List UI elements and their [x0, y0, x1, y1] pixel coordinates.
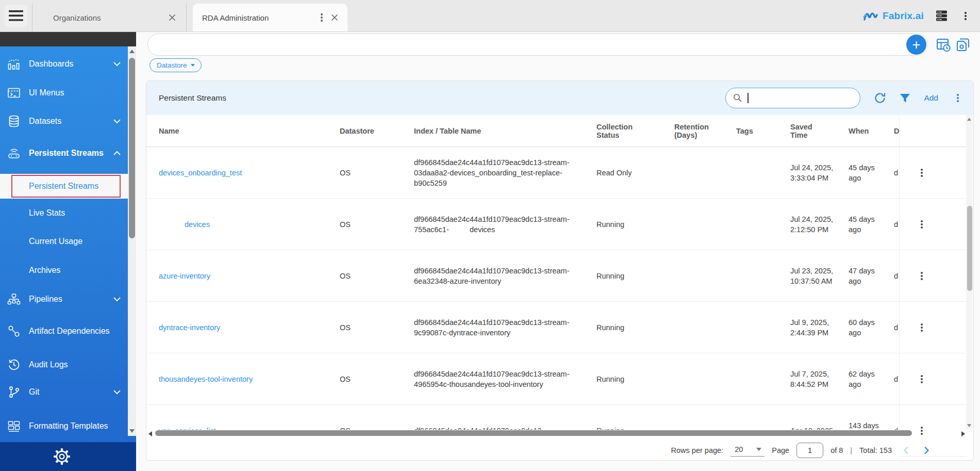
stream-name-link[interactable]: vpn_services_list: [146, 426, 327, 430]
collection-status-cell: Running: [587, 374, 665, 384]
row-kebab-menu-icon[interactable]: [915, 268, 928, 284]
scroll-up-arrow[interactable]: [129, 50, 135, 53]
row-kebab-menu-icon[interactable]: [915, 217, 928, 232]
datastore-cell: OS: [327, 374, 402, 384]
row-actions-cell: [900, 147, 966, 199]
scrollbar-thumb[interactable]: [967, 206, 972, 291]
save-copy-icon[interactable]: [956, 38, 970, 52]
scroll-right-arrow[interactable]: [961, 431, 965, 436]
column-header-when[interactable]: When: [839, 127, 884, 135]
stream-name-link[interactable]: dyntrace-inventory: [146, 322, 327, 333]
column-header-datastore[interactable]: Datastore: [327, 127, 402, 135]
sidebar-subitem-current-usage[interactable]: Current Usage: [0, 230, 128, 253]
global-query-input[interactable]: +: [147, 34, 928, 56]
next-page-button[interactable]: [920, 444, 933, 457]
saved-time-cell: Jul 23, 2025, 10:37:50 AM: [780, 266, 839, 286]
row-kebab-menu-icon[interactable]: [915, 320, 928, 335]
clipped-cell: d: [884, 426, 899, 430]
table-row[interactable]: azure-inventory OS df966845dae24c44a1fd1…: [146, 250, 899, 302]
table-row[interactable]: dyntrace-inventory OS df966845dae24c44a1…: [146, 302, 899, 353]
scrollbar-thumb[interactable]: [155, 430, 912, 436]
sidebar-item-persistent-streams[interactable]: Persistent Streams: [0, 135, 128, 172]
hamburger-menu-button[interactable]: [5, 5, 27, 27]
server-stack-icon[interactable]: [935, 9, 948, 22]
table-vertical-scrollbar[interactable]: [966, 115, 973, 430]
index-table-name-cell: df966845dae24c44a1fd1079eac9dc13-: [402, 426, 587, 430]
plus-icon[interactable]: +: [906, 35, 926, 55]
rows-per-page-select[interactable]: 20: [730, 444, 765, 457]
row-actions-cell: [900, 250, 966, 302]
datastore-cell: OS: [327, 322, 402, 333]
table-row[interactable]: vpn_services_list OS df966845dae24c44a1f…: [146, 405, 899, 430]
table-horizontal-scrollbar[interactable]: [147, 430, 966, 438]
table-row[interactable]: thousandeyes-tool-inventory OS df966845d…: [146, 353, 899, 405]
stream-name-link[interactable]: devices: [146, 219, 327, 230]
column-header-saved-time[interactable]: Saved Time: [780, 123, 839, 139]
sidebar-subitem-archives[interactable]: Archives: [0, 259, 128, 282]
settings-gear-icon[interactable]: [52, 446, 72, 467]
row-kebab-menu-icon[interactable]: [915, 165, 928, 181]
refresh-icon[interactable]: [874, 92, 886, 104]
table-row[interactable]: devices OS df966845dae24c44a1fd1079eac9d…: [146, 199, 899, 250]
scroll-left-arrow[interactable]: [148, 431, 152, 436]
scroll-down-arrow[interactable]: [967, 424, 971, 427]
sidebar-item-datasets[interactable]: Datasets: [0, 110, 128, 133]
chevron-down-icon: [756, 448, 761, 451]
search-icon: [733, 93, 742, 103]
scrollbar-thumb[interactable]: [129, 58, 135, 238]
sidebar-scrollbar[interactable]: [128, 46, 136, 436]
sidebar-item-git[interactable]: Git: [0, 381, 128, 403]
previous-page-button[interactable]: [899, 444, 912, 457]
page-label: Page: [772, 446, 789, 454]
app-window: Organizations RDA Administration F: [0, 0, 980, 471]
filter-funnel-icon[interactable]: [900, 93, 910, 103]
scroll-up-arrow[interactable]: [967, 118, 971, 121]
database-icon: [7, 114, 21, 128]
chip-label: Datastore: [157, 61, 187, 69]
datastore-filter-chip[interactable]: Datastore: [150, 58, 202, 72]
sidebar-item-dashboards[interactable]: Dashboards: [0, 53, 128, 75]
table-row[interactable]: devices_onboarding_test OS df966845dae24…: [146, 147, 899, 199]
column-header-collection-status[interactable]: Collection Status: [587, 123, 665, 139]
sidebar-subitem-persistent-streams[interactable]: Persistent Streams: [0, 174, 128, 199]
column-header-index-table-name[interactable]: Index / Table Name: [402, 127, 587, 135]
panel-kebab-menu-icon[interactable]: [952, 90, 964, 106]
close-icon[interactable]: [328, 11, 341, 24]
add-button[interactable]: Add: [924, 93, 938, 103]
column-header-name[interactable]: Name: [146, 127, 327, 135]
table-search-box[interactable]: [725, 88, 860, 108]
sidebar-item-ui-menus[interactable]: UI Menus: [0, 82, 128, 104]
row-kebab-menu-icon[interactable]: [915, 371, 928, 387]
tab-kebab-menu-icon[interactable]: [315, 10, 328, 25]
persistent-streams-panel: Persistent Streams: [146, 80, 974, 461]
sidebar-footer: [0, 442, 136, 471]
page-number-input[interactable]: [796, 443, 823, 458]
sidebar-item-formatting-templates[interactable]: Formatting Templates: [0, 408, 128, 445]
sidebar-item-artifact-dependencies[interactable]: Artifact Dependencies: [0, 313, 128, 350]
sidebar-item-pipelines[interactable]: Pipelines: [0, 288, 128, 311]
column-header-clipped[interactable]: D: [884, 127, 899, 135]
stream-name-link[interactable]: azure-inventory: [146, 271, 327, 281]
close-icon[interactable]: [165, 11, 179, 24]
table-clock-icon[interactable]: [936, 38, 951, 52]
window-terminal-icon: [7, 86, 21, 100]
search-input[interactable]: [753, 94, 854, 102]
sidebar-subitem-live-stats[interactable]: Live Stats: [0, 202, 128, 224]
stream-name-link[interactable]: devices_onboarding_test: [146, 168, 327, 178]
topbar-kebab-menu-icon[interactable]: [959, 8, 972, 24]
clipped-cell: d: [884, 271, 899, 281]
sidebar-item-audit-logs[interactable]: Audit Logs: [0, 353, 128, 376]
brand-logo: Fabrix.ai: [862, 9, 924, 23]
stream-name-link[interactable]: thousandeyes-tool-inventory: [146, 374, 327, 384]
tab-rda-administration[interactable]: RDA Administration: [193, 4, 347, 31]
datastore-cell: OS: [327, 271, 402, 281]
clipped-cell: d: [884, 168, 899, 178]
tab-organizations[interactable]: Organizations: [32, 4, 187, 31]
column-header-tags[interactable]: Tags: [726, 127, 780, 135]
sidebar-subitem-label: Current Usage: [29, 234, 110, 249]
clipped-cell: d: [884, 322, 899, 333]
scroll-down-arrow[interactable]: [129, 429, 135, 433]
chevron-down-icon: [113, 297, 121, 301]
row-actions-cell: [900, 353, 966, 405]
column-header-retention-days[interactable]: Retention (Days): [665, 123, 726, 139]
